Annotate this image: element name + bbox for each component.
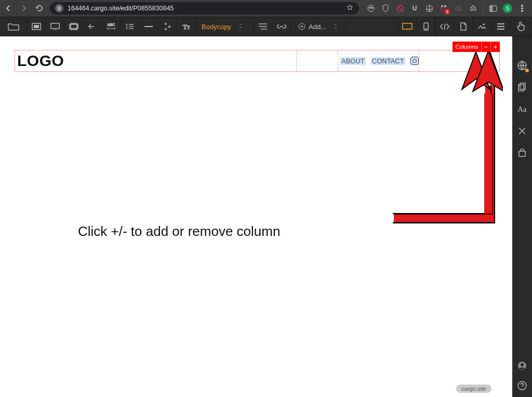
svg-point-28 [425, 29, 427, 30]
svg-point-35 [518, 381, 526, 390]
extension-icon-1[interactable] [366, 4, 376, 13]
text-style-icon[interactable]: TT [177, 17, 195, 36]
extension-icon-7[interactable] [454, 4, 463, 13]
add-button[interactable]: Add... [291, 17, 345, 36]
column-2[interactable] [297, 50, 338, 71]
sparkle-icon[interactable] [158, 17, 177, 36]
svg-rect-10 [490, 6, 493, 11]
editor-canvas[interactable]: Columns − + LOGO ABOUT CONTACT Click +/-… [0, 36, 512, 397]
url-bar[interactable]: 164464.cargo.site/edit/P0855830845 [50, 2, 359, 15]
extension-icon-3[interactable] [395, 4, 405, 13]
svg-point-34 [521, 363, 524, 366]
columns-label[interactable]: Columns [453, 42, 481, 52]
svg-rect-31 [520, 83, 525, 89]
columns-control: Columns − + [453, 42, 500, 52]
undo-icon[interactable] [83, 17, 102, 36]
copy-pages-icon[interactable] [516, 81, 528, 94]
code-view-icon[interactable] [435, 17, 454, 36]
divider [483, 4, 483, 13]
nav-link-about[interactable]: ABOUT [340, 57, 366, 65]
svg-rect-32 [518, 85, 524, 91]
link-icon[interactable] [272, 17, 291, 36]
editor-toolbar: ABC TT Bodycopy Add... [0, 17, 532, 36]
svg-point-13 [522, 10, 523, 12]
horizontal-rule-icon[interactable] [139, 17, 158, 36]
svg-text:T: T [183, 23, 187, 31]
back-button[interactable] [3, 3, 14, 14]
annotation-arrow [378, 47, 503, 229]
columns-add-button[interactable]: + [490, 42, 500, 52]
svg-point-20 [126, 24, 127, 25]
cargo-site-badge[interactable]: cargo.site [456, 385, 491, 393]
nav-link-contact[interactable]: CONTACT [371, 57, 405, 65]
extension-icon-2[interactable] [381, 4, 390, 13]
svg-rect-16 [51, 23, 59, 29]
svg-point-21 [126, 26, 127, 28]
profile-avatar[interactable]: S [503, 4, 512, 13]
bullet-list-icon[interactable] [121, 17, 139, 36]
svg-point-11 [522, 5, 523, 7]
page-icon[interactable] [454, 17, 473, 36]
pointer-hand-icon[interactable] [510, 17, 532, 36]
column-3[interactable]: ABOUT CONTACT [338, 50, 419, 71]
chevron-updown-icon [238, 23, 243, 30]
extension-icon-5[interactable] [424, 4, 434, 13]
typography-icon[interactable]: Aa [516, 103, 528, 115]
mobile-view-icon[interactable] [417, 17, 435, 36]
panel-toggle-icon[interactable] [488, 4, 498, 13]
align-icon[interactable] [254, 17, 272, 36]
reload-button[interactable] [34, 3, 45, 14]
commerce-icon[interactable] [516, 147, 528, 159]
svg-point-12 [522, 8, 523, 9]
help-icon[interactable] [516, 379, 528, 392]
bodycopy-dropdown[interactable]: Bodycopy [195, 17, 254, 36]
svg-rect-15 [34, 25, 39, 28]
annotation-instruction-text: Click +/- to add or remove column [78, 223, 280, 240]
desktop-view-icon[interactable] [398, 17, 417, 36]
site-settings-icon[interactable] [55, 4, 63, 12]
forward-button[interactable] [19, 3, 29, 14]
svg-point-0 [368, 5, 374, 11]
layout-tool-2-icon[interactable] [46, 17, 64, 36]
folder-icon[interactable] [0, 17, 27, 36]
hamburger-menu-icon[interactable] [491, 17, 510, 36]
extensions-puzzle-icon[interactable] [468, 4, 477, 13]
annotation-arrow-overlay [378, 47, 503, 229]
extension-icons: U S [364, 4, 529, 13]
globe-icon[interactable] [516, 59, 528, 72]
extension-icon-6[interactable] [439, 4, 448, 13]
browser-chrome-bar: 164464.cargo.site/edit/P0855830845 U S [0, 0, 532, 17]
svg-point-22 [126, 28, 127, 30]
chrome-menu-icon[interactable] [517, 4, 527, 13]
svg-text:ABC: ABC [107, 23, 114, 27]
account-icon[interactable] [516, 360, 528, 372]
extension-icon-4[interactable]: U [410, 4, 419, 13]
url-text: 164464.cargo.site/edit/P0855830845 [68, 5, 174, 12]
bookmark-star-icon[interactable] [346, 4, 354, 13]
svg-rect-26 [403, 23, 412, 29]
svg-point-5 [442, 6, 443, 7]
logo-text[interactable]: LOGO [17, 52, 64, 70]
right-rail: Aa [512, 36, 532, 397]
svg-text:T: T [187, 25, 190, 30]
columns-remove-button[interactable]: − [481, 42, 490, 52]
column-1[interactable]: LOGO [15, 50, 297, 71]
design-tools-icon[interactable] [516, 125, 528, 137]
layout-tool-3-icon[interactable] [64, 17, 83, 36]
image-icon[interactable] [473, 17, 491, 36]
instagram-icon[interactable] [410, 57, 419, 65]
layout-tool-1-icon[interactable] [27, 17, 46, 36]
column-row[interactable]: LOGO ABOUT CONTACT [15, 50, 500, 72]
svg-point-6 [445, 6, 446, 7]
svg-point-2 [371, 7, 373, 8]
abc-width-icon[interactable]: ABC [102, 17, 121, 36]
column-4[interactable] [419, 50, 499, 71]
svg-point-1 [369, 7, 370, 8]
